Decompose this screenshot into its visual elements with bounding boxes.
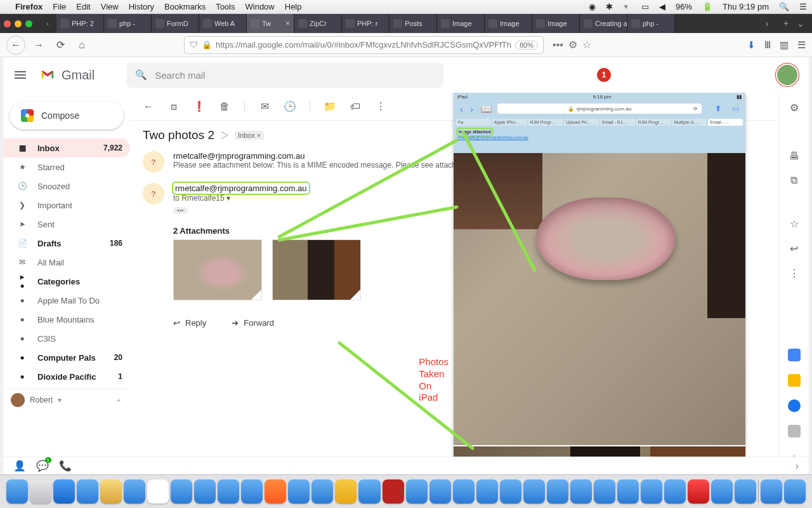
library-icon[interactable]: Ⅲ — [764, 39, 771, 51]
attachment-thumbnail[interactable] — [272, 239, 361, 300]
sidebar-item-sent[interactable]: ➤Sent — [3, 215, 130, 234]
dock-app-icon[interactable] — [53, 479, 75, 504]
home-button[interactable]: ⌂ — [74, 37, 90, 53]
browser-tab[interactable]: Image — [437, 14, 485, 33]
sidebar-item-computer-pals[interactable]: ●Computer Pals20 — [3, 348, 130, 367]
browser-tab[interactable]: Image — [532, 14, 580, 33]
tab-prev[interactable]: ‹ — [39, 14, 56, 33]
dock-app-icon[interactable] — [500, 479, 521, 504]
downloads-icon[interactable]: ⬇ — [747, 39, 756, 51]
app-menu-icon[interactable]: ☰ — [797, 39, 806, 51]
sidebar-item-dioxide-pacific[interactable]: ●Dioxide Pacific1 — [3, 367, 130, 386]
close-window[interactable] — [4, 20, 11, 27]
dock-app-icon[interactable] — [429, 479, 451, 504]
dock-app-icon[interactable] — [523, 479, 545, 504]
print-icon[interactable]: 🖶 — [789, 150, 799, 162]
calendar-addon-icon[interactable] — [788, 349, 801, 361]
keep-addon-icon[interactable] — [788, 374, 801, 387]
attachment-thumbnail[interactable] — [173, 239, 262, 300]
dock-app-icon[interactable] — [30, 479, 51, 504]
settings-icon[interactable]: ⚙ — [790, 102, 799, 114]
hangouts-user[interactable]: Robert ▾ ＋ — [3, 389, 130, 411]
app-name[interactable]: Firefox — [15, 2, 43, 11]
search-input[interactable]: 🔍 Search mail — [126, 62, 443, 88]
gmail-logo[interactable]: Gmail — [39, 68, 95, 83]
hangouts-icon[interactable]: 💬1 — [36, 460, 49, 472]
browser-tab[interactable]: PHP: 2 — [56, 14, 104, 33]
status-icon[interactable]: ✱ — [606, 2, 613, 11]
browser-tab[interactable]: ZipCr — [294, 14, 342, 33]
star-icon[interactable]: ☆ — [790, 218, 799, 230]
dock-app-icon[interactable] — [311, 479, 333, 504]
dock-app-icon[interactable] — [688, 479, 709, 504]
browser-tab[interactable]: Creating a — [580, 14, 627, 33]
menu-help[interactable]: Help — [285, 2, 302, 11]
sidebar-item-starred[interactable]: ★Starred — [3, 157, 130, 177]
dock-app-icon[interactable] — [335, 479, 357, 504]
spam-icon[interactable]: ❗ — [193, 101, 205, 112]
browser-tab[interactable]: FormD — [152, 14, 199, 33]
dock-app-icon[interactable] — [147, 479, 169, 504]
minimize-window[interactable] — [15, 20, 22, 27]
menu-history[interactable]: History — [129, 2, 154, 11]
tab-next[interactable]: › — [759, 18, 775, 29]
dock-app-icon[interactable] — [711, 479, 733, 504]
label-icon[interactable]: 🏷 — [350, 101, 361, 112]
wifi-icon[interactable]: ᯤ — [623, 2, 631, 11]
sidebar-item-blue-mountains[interactable]: ●Blue Mountains — [3, 310, 130, 329]
sidebar-item-apple-mail-to-do[interactable]: ●Apple Mail To Do — [3, 291, 130, 310]
browser-tab[interactable]: Image — [485, 14, 532, 33]
sidebar-item-snoozed[interactable]: 🕒Snoozed — [3, 177, 130, 196]
dock-app-icon[interactable] — [77, 479, 98, 504]
main-menu-icon[interactable] — [15, 74, 26, 76]
lock-icon[interactable]: 🔒 — [202, 40, 212, 50]
dock-app-icon[interactable] — [124, 479, 145, 504]
dock-app-icon[interactable] — [241, 479, 263, 504]
dock-app-icon[interactable] — [476, 479, 498, 504]
dock-app-icon[interactable] — [453, 479, 475, 504]
snooze-icon[interactable]: 🕒 — [284, 101, 296, 112]
browser-tab[interactable]: Tw× — [247, 14, 294, 33]
dock-app-icon[interactable] — [358, 479, 380, 504]
add-icon[interactable]: ＋ — [115, 395, 122, 406]
zoom-window[interactable] — [25, 20, 32, 27]
forward-button[interactable]: → — [30, 37, 47, 53]
menu-tools[interactable]: Tools — [216, 2, 235, 11]
chevron-down-icon[interactable]: ▾ — [58, 396, 62, 404]
menu-edit[interactable]: Edit — [76, 2, 90, 11]
dock-app-icon[interactable] — [570, 479, 592, 504]
sidebar-item-c3is[interactable]: ●C3IS — [3, 329, 130, 348]
dock-app-icon[interactable] — [265, 479, 286, 504]
dock-app-icon[interactable] — [761, 479, 782, 504]
close-tab-icon[interactable]: × — [285, 19, 290, 28]
dock-app-icon[interactable] — [100, 479, 122, 504]
bookmark-star-icon[interactable]: ☆ — [582, 39, 591, 51]
archive-icon[interactable]: ⧈ — [168, 101, 180, 112]
sidebar-item-drafts[interactable]: 📄Drafts186 — [3, 234, 130, 253]
reply-button[interactable]: ↩Reply — [173, 318, 206, 328]
browser-tab[interactable]: php - — [627, 14, 675, 33]
dock-app-icon[interactable] — [194, 479, 216, 504]
page-actions[interactable]: ••• — [553, 39, 563, 51]
dock-app-icon[interactable] — [641, 479, 662, 504]
menu-view[interactable]: View — [101, 2, 119, 11]
more-icon[interactable]: ⋮ — [789, 267, 799, 279]
menu-bookmarks[interactable]: Bookmarks — [164, 2, 206, 11]
reload-button[interactable]: ⟳ — [52, 37, 69, 53]
back-icon[interactable]: ← — [143, 101, 154, 112]
inbox-label-chip[interactable]: Inbox× — [235, 131, 264, 140]
browser-tab[interactable]: Posts — [390, 14, 437, 33]
account-avatar[interactable] — [777, 65, 797, 85]
status-icon[interactable]: ◉ — [589, 2, 596, 11]
shield-icon[interactable]: 🛡 — [190, 40, 198, 50]
sidebar-item-categories[interactable]: ▸ ●Categories — [3, 272, 130, 291]
drive-addon-icon[interactable] — [788, 425, 801, 438]
dock-app-icon[interactable] — [171, 479, 192, 504]
notifications-badge[interactable]: 1 — [597, 68, 611, 82]
sidebar-item-important[interactable]: ❯Important — [3, 196, 130, 215]
dock-app-icon[interactable] — [406, 479, 428, 504]
reader-icon[interactable]: ⚙ — [568, 39, 577, 51]
dock-app-icon[interactable] — [735, 479, 756, 504]
back-button[interactable]: ← — [6, 36, 25, 55]
compose-button[interactable]: Compose — [10, 102, 124, 130]
